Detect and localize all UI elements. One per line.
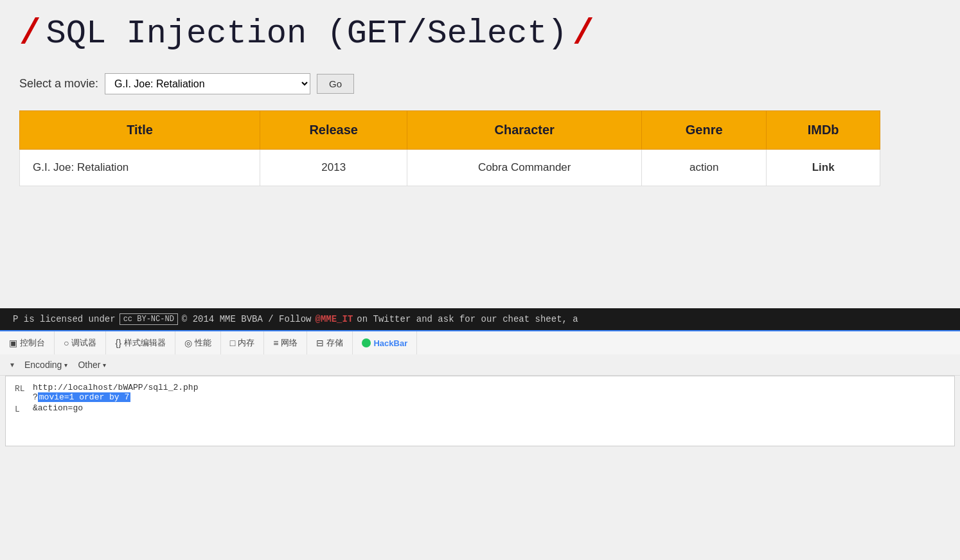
slash-left: / bbox=[19, 13, 41, 54]
devtools-tab-performance[interactable]: ◎ 性能 bbox=[175, 331, 221, 354]
results-table: Title Release Character Genre IMDb G.I. … bbox=[19, 110, 880, 186]
footer-text-end: on Twitter and ask for our cheat sheet, … bbox=[357, 314, 578, 324]
url-query-prefix: ? bbox=[33, 392, 38, 402]
col-header-genre: Genre bbox=[642, 111, 767, 150]
title-text: SQL Injection (GET/Select) bbox=[46, 15, 567, 53]
memory-icon: □ bbox=[230, 338, 235, 348]
debugger-label: 调试器 bbox=[71, 337, 96, 349]
movie-select[interactable]: G.I. Joe: Retaliation Iron Man Man of St… bbox=[105, 73, 310, 94]
url-query-highlighted: movie=1 order by 7 bbox=[38, 392, 130, 402]
cell-release: 2013 bbox=[260, 150, 407, 186]
other-label: Other bbox=[78, 360, 100, 370]
col-header-character: Character bbox=[407, 111, 642, 150]
memory-label: 内存 bbox=[238, 337, 254, 349]
style-icon: {} bbox=[115, 338, 121, 348]
style-label: 样式编辑器 bbox=[124, 337, 166, 349]
encoding-arrow-icon: ▾ bbox=[64, 362, 67, 369]
console-icon: ▣ bbox=[9, 338, 17, 348]
url-action: &action=go bbox=[33, 403, 945, 413]
hackbar-label: HackBar bbox=[373, 338, 407, 348]
url-main: http://localhost/bWAPP/sqli_2.php bbox=[33, 383, 198, 392]
url-rl-row: RL http://localhost/bWAPP/sqli_2.php ?mo… bbox=[15, 383, 945, 402]
url-field-content[interactable]: http://localhost/bWAPP/sqli_2.php ?movie… bbox=[33, 383, 945, 402]
footer-text-before: P is licensed under bbox=[13, 314, 116, 324]
performance-label: 性能 bbox=[195, 337, 211, 349]
encoding-label: Encoding bbox=[24, 360, 62, 370]
network-icon: ≡ bbox=[273, 338, 278, 348]
col-header-imdb: IMDb bbox=[767, 111, 880, 150]
page-title: / SQL Injection (GET/Select) / bbox=[19, 13, 941, 54]
select-area: Select a movie: G.I. Joe: Retaliation Ir… bbox=[19, 73, 941, 94]
hackbar-dot-icon bbox=[362, 338, 371, 347]
devtools-tab-network[interactable]: ≡ 网络 bbox=[264, 331, 307, 354]
main-content: / SQL Injection (GET/Select) / Select a … bbox=[0, 0, 960, 308]
other-dropdown[interactable]: Other ▾ bbox=[78, 360, 106, 370]
cell-title: G.I. Joe: Retaliation bbox=[20, 150, 260, 186]
select-label: Select a movie: bbox=[19, 77, 98, 91]
devtools-bar: ▣ 控制台 ○ 调试器 {} 样式编辑器 ◎ 性能 □ 内存 ≡ 网络 ⊟ 存储… bbox=[0, 330, 960, 354]
devtools-tab-style[interactable]: {} 样式编辑器 bbox=[106, 331, 175, 354]
slash-right: / bbox=[573, 13, 594, 54]
cell-imdb[interactable]: Link bbox=[767, 150, 880, 186]
other-arrow-icon: ▾ bbox=[103, 362, 106, 369]
devtools-tab-memory[interactable]: □ 内存 bbox=[221, 331, 264, 354]
hackbar-arrow[interactable]: ▾ bbox=[10, 360, 14, 369]
footer-text-after: © 2014 MME BVBA / Follow bbox=[182, 314, 312, 324]
encoding-dropdown[interactable]: Encoding ▾ bbox=[24, 360, 67, 370]
col-header-release: Release bbox=[260, 111, 407, 150]
devtools-tab-storage[interactable]: ⊟ 存储 bbox=[307, 331, 353, 354]
debugger-icon: ○ bbox=[64, 338, 69, 348]
console-label: 控制台 bbox=[20, 337, 45, 349]
url-area: RL http://localhost/bWAPP/sqli_2.php ?mo… bbox=[5, 376, 955, 446]
devtools-tab-hackbar[interactable]: HackBar bbox=[353, 331, 417, 354]
url-l-label: L bbox=[15, 403, 28, 414]
cc-badge: cc BY-NC-ND bbox=[120, 313, 178, 325]
url-l-row: L &action=go bbox=[15, 403, 945, 414]
imdb-link[interactable]: Link bbox=[812, 161, 835, 173]
cell-genre: action bbox=[642, 150, 767, 186]
devtools-tab-debugger[interactable]: ○ 调试器 bbox=[55, 331, 106, 354]
storage-icon: ⊟ bbox=[316, 338, 324, 348]
twitter-link[interactable]: @MME_IT bbox=[316, 314, 353, 324]
storage-label: 存储 bbox=[326, 337, 343, 349]
devtools-tab-console[interactable]: ▣ 控制台 bbox=[0, 331, 55, 354]
network-label: 网络 bbox=[281, 337, 298, 349]
cell-character: Cobra Commander bbox=[407, 150, 642, 186]
hackbar-area: ▾ Encoding ▾ Other ▾ bbox=[0, 354, 960, 376]
col-header-title: Title bbox=[20, 111, 260, 150]
url-rl-label: RL bbox=[15, 383, 28, 394]
go-button[interactable]: Go bbox=[317, 74, 354, 94]
table-row: G.I. Joe: Retaliation 2013 Cobra Command… bbox=[20, 150, 880, 186]
performance-icon: ◎ bbox=[184, 338, 192, 348]
footer-bar: P is licensed under cc BY-NC-ND © 2014 M… bbox=[0, 308, 960, 330]
